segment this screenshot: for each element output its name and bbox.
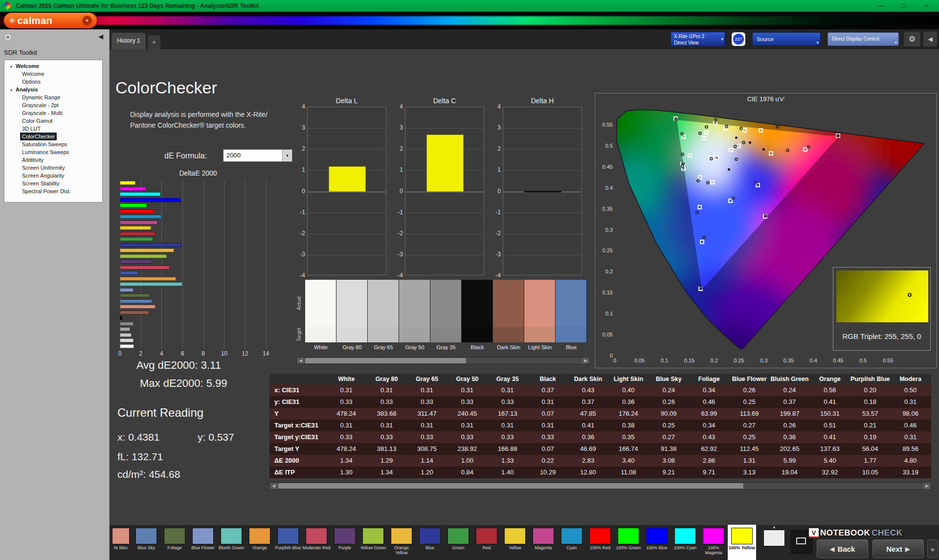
bottom-patch-100-blue[interactable]: 100% Blue xyxy=(643,525,671,560)
pattern-up-button[interactable]: ▲ xyxy=(760,525,788,560)
patch-label: Bluish Green xyxy=(217,545,246,550)
sidebar-item-spectral-power-dist[interactable]: Spectral Power Dist. xyxy=(4,187,102,195)
table-scrollbar[interactable]: ◀ ▶ xyxy=(269,482,931,490)
scroll-left-icon[interactable]: ◀ xyxy=(297,358,304,364)
bottom-patch-green[interactable]: Green xyxy=(444,525,472,560)
delta-bar xyxy=(524,191,561,192)
bottom-patch-cyan[interactable]: Cyan xyxy=(558,525,586,560)
sidebar-item-options[interactable]: Options xyxy=(4,78,102,86)
source-dropdown[interactable]: Source ▾ xyxy=(752,32,821,46)
sidebar-record-icon[interactable] xyxy=(4,33,12,41)
sidebar-item-grayscale-2pt[interactable]: Grayscale - 2pt xyxy=(4,101,102,109)
add-tab-button[interactable]: + xyxy=(148,35,160,49)
sidebar-item-3d-lut[interactable]: 3D LUT xyxy=(4,125,102,133)
sidebar-item-luminance-sweeps[interactable]: Luminance Sweeps xyxy=(4,148,102,156)
sidebar-collapse-icon[interactable]: ◀ xyxy=(98,33,103,40)
scrollbar-track[interactable] xyxy=(277,483,923,489)
bottom-patch-100-magenta[interactable]: 100% Magenta xyxy=(699,525,728,560)
next-button[interactable]: Next ▶ xyxy=(872,539,924,558)
gear-icon[interactable]: ⚙ xyxy=(904,32,920,46)
spectrum-gradient xyxy=(0,16,939,25)
bottom-patch-yellow-green[interactable]: Yellow Green xyxy=(359,525,387,560)
patch-swatch-dark-skin[interactable] xyxy=(493,280,524,342)
axis-tick-label: 0 xyxy=(115,350,125,357)
table-col-header: Gray 35 xyxy=(488,374,528,384)
bottom-patch-orange[interactable]: Orange xyxy=(246,525,274,560)
bottom-patch-100-yellow[interactable]: 100% Yellow xyxy=(728,525,756,560)
bottom-patch-100-cyan[interactable]: 100% Cyan xyxy=(671,525,699,560)
sidebar-item-screen-angularity[interactable]: Screen Angularity xyxy=(4,172,102,179)
patch-swatch-gray-65[interactable] xyxy=(368,280,399,342)
scrollbar-track[interactable] xyxy=(304,358,582,364)
patch-swatch-blue[interactable] xyxy=(556,280,587,342)
bottom-patch-blue-flower[interactable]: Blue Flower xyxy=(189,525,217,560)
back-button[interactable]: ◀ Back xyxy=(817,539,868,558)
bottom-patch-purple[interactable]: Purple xyxy=(331,525,359,560)
calman-flower-icon: ✳ xyxy=(9,16,15,25)
sidebar-item-additivity[interactable]: Additivity xyxy=(4,156,102,164)
item-label: Saturation Sweeps xyxy=(20,140,69,148)
bottom-patch-100-green[interactable]: 100% Green xyxy=(614,525,643,560)
bottom-patch-purplish-blue[interactable]: Purplish Blue xyxy=(274,525,302,560)
axis-tick-label: 0.15 xyxy=(682,358,696,363)
patch-swatch-black[interactable] xyxy=(462,280,493,342)
patch-swatch-gray-50[interactable] xyxy=(399,280,430,342)
section-expand-icon[interactable]: ▾ xyxy=(10,63,16,71)
bottom-patch-moderate-red[interactable]: Moderate Red xyxy=(302,525,331,560)
sidebar-item-grayscale-multi[interactable]: Grayscale - Multi xyxy=(4,109,102,117)
calman-logo-button[interactable]: ✳ calman ▾ xyxy=(4,13,97,28)
scrollbar-thumb[interactable] xyxy=(278,483,743,489)
bottom-patch-foliage[interactable]: Foliage xyxy=(160,525,189,560)
maximize-button[interactable]: □ xyxy=(893,0,915,12)
patch-label: Magenta xyxy=(529,545,558,550)
target-marker xyxy=(737,144,741,148)
sidebar-item-colorchecker[interactable]: ColorChecker xyxy=(4,133,102,140)
bottom-patch-blue[interactable]: Blue xyxy=(416,525,444,560)
table-row: ΔE 20001.341.291.141.001.330.222.833.403… xyxy=(269,455,931,467)
table-cell: 0.31 xyxy=(890,396,930,408)
bottom-patch-100-red[interactable]: 100% Red xyxy=(586,525,614,560)
patch-swatch-gray-80[interactable] xyxy=(336,280,368,342)
logo-menu-chevron-icon[interactable]: ▾ xyxy=(82,16,92,25)
bottom-patch-bluish-green[interactable]: Bluish Green xyxy=(217,525,246,560)
table-col-header: Blue Sky xyxy=(648,374,689,384)
bottom-patch-ht-skin[interactable]: ht Skin xyxy=(110,525,132,560)
bottom-patch-magenta[interactable]: Magenta xyxy=(529,525,558,560)
scroll-right-icon[interactable]: ▶ xyxy=(582,358,589,364)
bottom-patch-blue-sky[interactable]: Blue Sky xyxy=(132,525,160,560)
sidebar-item-screen-uniformity[interactable]: Screen Uniformity xyxy=(4,164,102,172)
tab-history-1[interactable]: History 1 xyxy=(112,33,146,49)
scroll-left-icon[interactable]: ◀ xyxy=(270,483,277,489)
avg-de2000: Avg dE2000: 3.11 xyxy=(136,359,221,372)
section-expand-icon[interactable]: ▾ xyxy=(10,87,16,94)
sidebar-item-dynamic-range[interactable]: Dynamic Range xyxy=(4,93,102,101)
bottom-patch-red[interactable]: Red xyxy=(472,525,501,560)
sidebar-item-color-gamut[interactable]: Color Gamut xyxy=(4,117,102,125)
sidebar-item-welcome[interactable]: Welcome xyxy=(4,70,102,78)
axis-tick-label: 0.1 xyxy=(596,311,613,316)
patch-swatch-white[interactable] xyxy=(305,280,336,342)
patch-strip-scrollbar[interactable]: ◀ ▶ xyxy=(296,357,590,364)
more-patches-button[interactable]: » xyxy=(927,539,938,558)
patch-swatch-gray-35[interactable] xyxy=(430,280,462,342)
bottom-patch-yellow[interactable]: Yellow xyxy=(501,525,529,560)
panel-collapse-icon[interactable]: ◀ xyxy=(923,32,937,46)
table-cell: 3.08 xyxy=(648,455,689,467)
patch-label: Dark Skin xyxy=(493,344,524,350)
close-button[interactable]: × xyxy=(916,0,937,12)
grid-line xyxy=(405,213,484,213)
de-formula-select[interactable]: 2000 ▾ xyxy=(223,149,292,162)
meter-dropdown[interactable]: X-Rite i1Pro 2 Direct View ▾ xyxy=(671,32,725,46)
patch-swatch-light-skin[interactable] xyxy=(524,280,556,342)
scroll-right-icon[interactable]: ▶ xyxy=(923,483,931,489)
table-cell: 0.31 xyxy=(488,420,528,431)
bottom-patch-orange-yellow[interactable]: Orange Yellow xyxy=(387,525,416,560)
grid-line xyxy=(503,213,581,213)
scrollbar-thumb[interactable] xyxy=(305,358,466,363)
de-bar-light-skin xyxy=(120,305,156,309)
display-control-dropdown[interactable]: Direct Display Control ▾ xyxy=(827,32,899,46)
measured-marker xyxy=(710,157,713,160)
sidebar-item-screen-stability[interactable]: Screen Stability xyxy=(4,179,102,187)
minimize-button[interactable]: — xyxy=(871,0,892,12)
sidebar-item-saturation-sweeps[interactable]: Saturation Sweeps xyxy=(4,140,102,148)
